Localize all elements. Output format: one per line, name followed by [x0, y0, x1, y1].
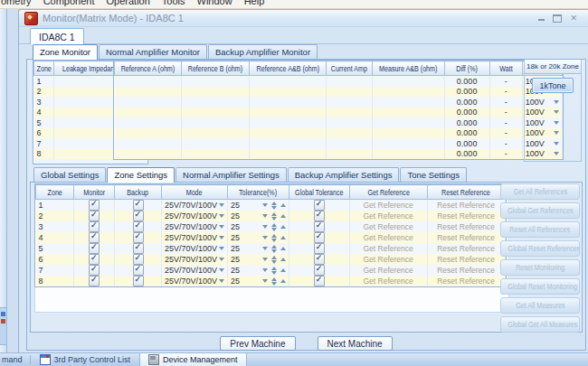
global-reset-monitoring-button[interactable]: Global Reset Monitoring: [500, 278, 580, 295]
tab-global-settings[interactable]: Global Settings: [33, 167, 106, 182]
dock-splitter-handle[interactable]: [0, 307, 6, 345]
get-reference-cell[interactable]: Get Reference: [349, 211, 427, 221]
prev-machine-button[interactable]: Prev Machine: [220, 336, 295, 351]
chevron-down-icon[interactable]: [219, 236, 224, 239]
global-tolerance-checkbox[interactable]: [314, 254, 325, 265]
menu-item-component[interactable]: Component: [43, 0, 95, 6]
slider-thumb-icon[interactable]: [280, 203, 286, 207]
slider-thumb-icon[interactable]: [280, 258, 286, 261]
document-tab-ida8c-1[interactable]: IDA8C 1: [30, 28, 84, 44]
spinner-up-icon[interactable]: [271, 277, 277, 281]
tolerance-cell[interactable]: 25: [228, 276, 289, 286]
monitor-checkbox[interactable]: [89, 243, 100, 254]
mode-cell[interactable]: 25V/70V/100V: [162, 254, 228, 265]
global-tolerance-checkbox[interactable]: [314, 211, 325, 221]
reset-reference-cell[interactable]: Reset Reference: [427, 211, 505, 221]
reset-all-references-button[interactable]: Reset All References: [500, 221, 580, 238]
reset-reference-cell[interactable]: Reset Reference: [427, 232, 505, 243]
chevron-down-icon[interactable]: [219, 225, 224, 229]
tolerance-cell[interactable]: 25: [228, 200, 289, 211]
spinner-up-icon[interactable]: [271, 267, 277, 270]
taskbar-item-device-management[interactable]: Device Management: [139, 353, 247, 366]
global-tolerance-checkbox[interactable]: [314, 200, 325, 211]
spinner-control[interactable]: [271, 245, 277, 253]
reset-reference-cell[interactable]: Reset Reference: [427, 265, 505, 276]
monitor-checkbox[interactable]: [89, 254, 100, 265]
slider-thumb-icon[interactable]: [280, 236, 286, 239]
monitor-checkbox[interactable]: [89, 221, 100, 232]
global-get-references-button[interactable]: Global Get References: [500, 202, 580, 219]
taskbar-item-3rd-party-control-list[interactable]: 3rd Party Control List: [34, 353, 137, 366]
tab-normal-amplifier-monitor[interactable]: Normal Amplifier Monitor: [99, 44, 207, 59]
reset-reference-cell[interactable]: Reset Reference: [427, 276, 505, 286]
reset-reference-cell[interactable]: Reset Reference: [427, 221, 505, 232]
tab-zone-settings[interactable]: Zone Settings: [107, 167, 175, 183]
global-reset-references-button[interactable]: Global Reset References: [500, 240, 580, 257]
1ktone-button[interactable]: 1kTone: [532, 78, 574, 93]
global-tolerance-checkbox[interactable]: [314, 265, 325, 276]
global-tolerance-checkbox[interactable]: [314, 232, 325, 243]
backup-checkbox[interactable]: [133, 243, 144, 254]
chevron-down-icon[interactable]: [262, 203, 268, 207]
spinner-up-icon[interactable]: [271, 245, 277, 249]
slider-thumb-icon[interactable]: [280, 279, 286, 283]
chevron-down-icon[interactable]: [219, 268, 224, 272]
get-reference-cell[interactable]: Get Reference: [349, 232, 427, 243]
reset-reference-cell[interactable]: Reset Reference: [427, 200, 505, 211]
chevron-down-icon[interactable]: [262, 279, 268, 283]
menu-item-window[interactable]: Window: [197, 0, 232, 6]
backup-checkbox[interactable]: [133, 265, 144, 276]
spinner-control[interactable]: [271, 212, 277, 221]
backup-checkbox[interactable]: [133, 276, 144, 286]
chevron-down-icon[interactable]: [219, 214, 224, 218]
backup-checkbox[interactable]: [133, 211, 144, 221]
mode-cell[interactable]: 25V/70V/100V: [162, 265, 228, 276]
get-reference-cell[interactable]: Get Reference: [349, 243, 427, 254]
mode-cell[interactable]: 25V/70V/100V: [162, 200, 228, 211]
get-all-measures-button[interactable]: Get All Measures: [500, 297, 580, 314]
spinner-control[interactable]: [271, 234, 277, 242]
backup-checkbox[interactable]: [133, 200, 144, 211]
chevron-down-icon[interactable]: [262, 247, 268, 250]
spinner-up-icon[interactable]: [271, 256, 277, 259]
chevron-down-icon[interactable]: [219, 279, 224, 283]
slider-thumb-icon[interactable]: [280, 247, 286, 250]
spinner-down-icon[interactable]: [271, 271, 277, 275]
maximize-icon[interactable]: [553, 14, 562, 23]
reset-monitoring-button[interactable]: Reset Monitoring: [500, 259, 580, 276]
close-icon[interactable]: ✕: [570, 14, 577, 23]
global-get-all-measures-button[interactable]: Global Get All Measures: [500, 316, 580, 333]
spinner-down-icon[interactable]: [271, 228, 277, 231]
spinner-down-icon[interactable]: [271, 282, 277, 286]
spinner-down-icon[interactable]: [271, 260, 277, 264]
monitor-checkbox[interactable]: [89, 232, 100, 243]
tolerance-cell[interactable]: 25: [228, 232, 289, 243]
chevron-down-icon[interactable]: [262, 268, 268, 272]
tolerance-cell[interactable]: 25: [228, 211, 289, 221]
chevron-down-icon[interactable]: [262, 214, 268, 218]
next-machine-button[interactable]: Next Machine: [318, 336, 393, 351]
tolerance-cell[interactable]: 25: [228, 254, 289, 265]
monitor-checkbox[interactable]: [89, 211, 100, 221]
monitor-checkbox[interactable]: [89, 265, 100, 276]
get-reference-cell[interactable]: Get Reference: [349, 276, 427, 286]
chevron-down-icon[interactable]: [262, 225, 268, 229]
tolerance-cell[interactable]: 25: [228, 221, 289, 232]
mode-cell[interactable]: 25V/70V/100V: [162, 211, 228, 221]
mode-cell[interactable]: 25V/70V/100V: [162, 243, 228, 254]
tab-tone-settings[interactable]: Tone Settings: [400, 167, 467, 182]
menu-item-tools[interactable]: Tools: [162, 0, 185, 6]
reset-reference-cell[interactable]: Reset Reference: [427, 243, 505, 254]
get-reference-cell[interactable]: Get Reference: [349, 265, 427, 276]
mode-cell[interactable]: 25V/70V/100V: [162, 232, 228, 243]
slider-thumb-icon[interactable]: [280, 268, 286, 272]
monitor-checkbox[interactable]: [89, 276, 100, 286]
spinner-up-icon[interactable]: [271, 234, 277, 238]
get-reference-cell[interactable]: Get Reference: [349, 254, 427, 265]
tab-backup-amplifier-monitor[interactable]: Backup Amplifier Monitor: [208, 44, 318, 59]
chevron-down-icon[interactable]: [262, 236, 268, 239]
spinner-control[interactable]: [271, 267, 277, 275]
spinner-control[interactable]: [271, 277, 277, 286]
spinner-control[interactable]: [271, 223, 277, 231]
tolerance-cell[interactable]: 25: [228, 265, 289, 276]
